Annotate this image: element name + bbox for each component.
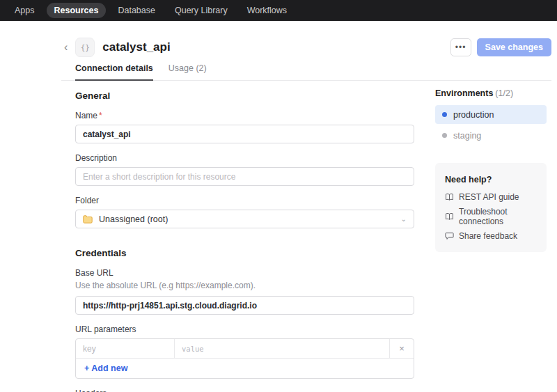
- name-input[interactable]: [75, 125, 414, 143]
- nav-item-database[interactable]: Database: [110, 3, 163, 18]
- environment-dot-icon: [442, 112, 447, 117]
- nav-item-workflows[interactable]: Workflows: [240, 3, 295, 18]
- nav-item-resources[interactable]: Resources: [47, 3, 107, 18]
- environment-label: staging: [453, 131, 481, 141]
- folder-label: Folder: [75, 196, 414, 205]
- back-button[interactable]: ‹: [61, 40, 70, 54]
- url-parameter-row: ×: [76, 339, 414, 359]
- page-header: ‹ {} catalyst_api ••• Save changes: [61, 36, 551, 59]
- save-changes-button[interactable]: Save changes: [477, 38, 551, 56]
- top-nav: Apps Resources Database Query Library Wo…: [0, 0, 557, 21]
- chat-icon: [445, 232, 454, 240]
- tab-usage[interactable]: Usage (2): [168, 63, 207, 80]
- resource-settings-page: Apps Resources Database Query Library Wo…: [0, 0, 557, 392]
- folder-select[interactable]: Unassigned (root) ⌄: [75, 210, 414, 228]
- base-url-input[interactable]: [75, 296, 414, 315]
- general-section-heading: General: [75, 91, 414, 101]
- nav-item-apps[interactable]: Apps: [7, 3, 42, 18]
- tab-connection-details[interactable]: Connection details: [75, 63, 153, 81]
- environments-count: (1/2): [495, 88, 513, 98]
- url-parameters-label: URL parameters: [75, 324, 414, 334]
- environment-item-staging[interactable]: staging: [435, 126, 547, 145]
- help-link-rest-api-guide[interactable]: REST API guide: [445, 192, 537, 202]
- folder-select-value: Unassigned (root): [99, 214, 395, 224]
- help-link-label: Troubleshoot connections: [459, 207, 537, 226]
- url-parameters-editor: × + Add new: [75, 338, 414, 379]
- headers-label: Headers: [75, 389, 414, 392]
- book-icon: [445, 212, 454, 221]
- right-sidebar: Environments(1/2) production staging Nee…: [435, 88, 547, 252]
- more-options-button[interactable]: •••: [450, 38, 471, 56]
- required-asterisk: *: [99, 111, 102, 120]
- environment-item-production[interactable]: production: [435, 105, 547, 124]
- credentials-section-heading: Credentials: [75, 248, 414, 258]
- add-url-param-button[interactable]: + Add new: [76, 359, 414, 378]
- environments-title: Environments: [435, 88, 493, 98]
- url-param-value-input[interactable]: [175, 339, 389, 358]
- help-link-label: Share feedback: [459, 231, 517, 241]
- nav-item-query-library[interactable]: Query Library: [167, 3, 235, 18]
- connection-form: General Name* Description Folder Unassig…: [75, 86, 414, 392]
- name-label: Name*: [75, 111, 414, 120]
- tab-bar: Connection details Usage (2): [61, 63, 551, 81]
- description-input[interactable]: [75, 167, 414, 186]
- environments-heading: Environments(1/2): [435, 88, 547, 98]
- base-url-helper-text: Use the absolute URL (e.g https://exampl…: [75, 281, 414, 290]
- environment-dot-icon: [442, 133, 447, 138]
- resource-type-icon: {}: [75, 38, 95, 57]
- environment-label: production: [453, 110, 494, 120]
- help-link-label: REST API guide: [459, 192, 519, 202]
- chevron-down-icon: ⌄: [401, 215, 407, 223]
- base-url-label: Base URL: [75, 268, 414, 278]
- help-link-troubleshoot-connections[interactable]: Troubleshoot connections: [445, 207, 537, 226]
- remove-url-param-button[interactable]: ×: [390, 339, 414, 358]
- need-help-panel: Need help? REST API guide Troubleshoot c…: [435, 163, 547, 252]
- book-icon: [445, 193, 454, 201]
- page-title: catalyst_api: [102, 40, 170, 54]
- folder-icon: [83, 215, 93, 224]
- need-help-title: Need help?: [445, 175, 537, 185]
- help-link-share-feedback[interactable]: Share feedback: [445, 231, 537, 241]
- description-label: Description: [75, 153, 414, 163]
- url-param-key-input[interactable]: [76, 339, 174, 358]
- name-label-text: Name: [75, 111, 97, 120]
